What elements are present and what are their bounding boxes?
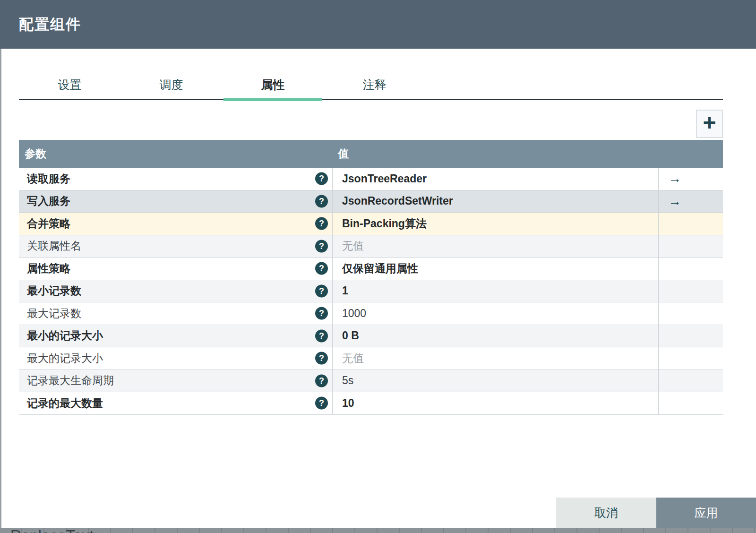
apply-button[interactable]: 应用 bbox=[656, 498, 756, 528]
dialog-header: 配置组件 bbox=[0, 0, 756, 49]
goto-service-arrow-icon[interactable]: → bbox=[668, 195, 681, 208]
table-row[interactable]: 记录最大生命周期 ? 5s bbox=[19, 370, 723, 393]
value-column-header: 值 bbox=[332, 146, 349, 161]
value-text[interactable]: Bin-Packing算法 bbox=[342, 216, 427, 231]
table-row[interactable]: 关联属性名 ? 无值 bbox=[19, 235, 723, 258]
canvas-edge bbox=[0, 49, 1, 528]
tab-settings-label: 设置 bbox=[58, 77, 82, 93]
tab-scheduling-label: 调度 bbox=[160, 77, 183, 93]
tab-bar: 设置 调度 属性 注释 bbox=[19, 70, 723, 100]
table-row[interactable]: 属性策略 ? 仅保留通用属性 bbox=[19, 258, 723, 280]
help-icon[interactable]: ? bbox=[315, 397, 328, 410]
value-text[interactable]: 1000 bbox=[342, 307, 366, 320]
param-label: 合并策略 bbox=[27, 216, 70, 231]
table-row[interactable]: 记录的最大数量 ? 10 bbox=[19, 392, 723, 415]
tab-properties-label: 属性 bbox=[261, 77, 285, 93]
help-icon[interactable]: ? bbox=[315, 195, 328, 207]
tab-comments[interactable]: 注释 bbox=[324, 70, 425, 99]
help-icon[interactable]: ? bbox=[315, 374, 328, 387]
param-label: 属性策略 bbox=[27, 261, 70, 276]
value-text[interactable]: JsonTreeReader bbox=[342, 172, 427, 185]
value-text[interactable]: 无值 bbox=[342, 239, 364, 253]
plus-icon: + bbox=[703, 112, 716, 134]
background-canvas: ReplaceText bbox=[0, 528, 756, 533]
param-label: 记录最大生命周期 bbox=[27, 373, 114, 388]
param-label: 记录的最大数量 bbox=[27, 396, 103, 411]
help-icon[interactable]: ? bbox=[315, 240, 328, 252]
value-text[interactable]: 0 B bbox=[342, 329, 359, 342]
table-row[interactable]: 最大的记录大小 ? 无值 bbox=[19, 347, 723, 370]
cancel-button[interactable]: 取消 bbox=[556, 498, 656, 528]
help-icon[interactable]: ? bbox=[315, 262, 328, 275]
properties-table: 参数 值 读取服务 ? JsonTreeReader → 写入服务 ? Json… bbox=[19, 140, 723, 415]
value-text[interactable]: 仅保留通用属性 bbox=[342, 261, 418, 276]
dialog-footer: 取消 应用 bbox=[556, 498, 756, 528]
help-icon[interactable]: ? bbox=[315, 352, 328, 365]
param-column-header: 参数 bbox=[19, 146, 332, 161]
value-text[interactable]: 5s bbox=[342, 374, 353, 387]
tab-comments-label: 注释 bbox=[363, 77, 387, 93]
param-label: 最大记录数 bbox=[27, 306, 81, 321]
value-text[interactable]: JsonRecordSetWriter bbox=[342, 195, 453, 207]
param-label: 读取服务 bbox=[27, 172, 70, 186]
param-label: 最大的记录大小 bbox=[27, 351, 103, 366]
param-label: 最小记录数 bbox=[27, 284, 81, 298]
value-text[interactable]: 无值 bbox=[342, 351, 364, 366]
param-label: 关联属性名 bbox=[27, 239, 81, 253]
table-row[interactable]: 最小的记录大小 ? 0 B bbox=[19, 325, 723, 348]
help-icon[interactable]: ? bbox=[315, 307, 328, 320]
help-icon[interactable]: ? bbox=[315, 217, 328, 230]
value-text[interactable]: 10 bbox=[342, 397, 354, 410]
dialog-title: 配置组件 bbox=[19, 15, 81, 34]
help-icon[interactable]: ? bbox=[315, 329, 328, 342]
table-row[interactable]: 写入服务 ? JsonRecordSetWriter → bbox=[19, 190, 723, 213]
value-text[interactable]: 1 bbox=[342, 284, 348, 297]
help-icon[interactable]: ? bbox=[315, 172, 328, 185]
tab-scheduling[interactable]: 调度 bbox=[120, 70, 222, 99]
param-label: 写入服务 bbox=[27, 194, 70, 208]
add-property-button[interactable]: + bbox=[696, 110, 723, 138]
help-icon[interactable]: ? bbox=[315, 284, 328, 297]
tab-properties[interactable]: 属性 bbox=[222, 70, 324, 99]
processor-name-label: ReplaceText bbox=[10, 528, 94, 533]
goto-service-arrow-icon[interactable]: → bbox=[668, 172, 681, 185]
table-row[interactable]: 读取服务 ? JsonTreeReader → bbox=[19, 168, 723, 190]
table-header: 参数 值 bbox=[19, 140, 723, 168]
param-label: 最小的记录大小 bbox=[27, 328, 103, 343]
tab-settings[interactable]: 设置 bbox=[19, 70, 120, 99]
table-row[interactable]: 最小记录数 ? 1 bbox=[19, 280, 723, 303]
table-row[interactable]: 最大记录数 ? 1000 bbox=[19, 302, 723, 325]
table-row[interactable]: 合并策略 ? Bin-Packing算法 bbox=[19, 213, 723, 235]
